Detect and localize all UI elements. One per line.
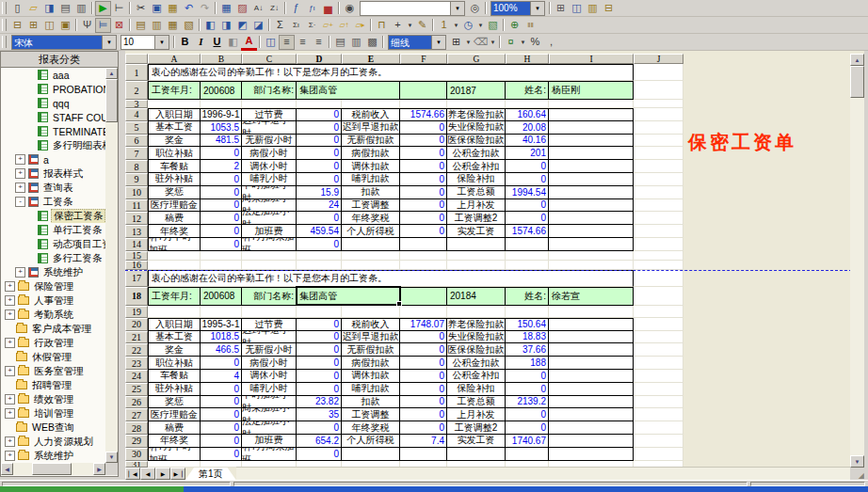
cell-J10[interactable]	[634, 186, 683, 199]
cell-B4[interactable]: 1996-9-1	[201, 108, 242, 121]
cell-D19[interactable]	[297, 306, 342, 318]
row-header-18[interactable]: 18	[125, 287, 148, 306]
cell-I12[interactable]	[549, 212, 634, 225]
row-header-27[interactable]: 27	[125, 408, 148, 421]
cell-F19[interactable]	[400, 306, 447, 318]
row-header-17[interactable]: 17	[125, 270, 148, 287]
align-left-icon[interactable]: ≡	[279, 35, 295, 50]
cell-C10[interactable]: 平时加班小时	[242, 186, 297, 199]
cell-B27[interactable]: 0	[201, 408, 242, 421]
cell-E20[interactable]: 税前收入	[342, 318, 400, 331]
cell-E10[interactable]: 扣款	[342, 186, 400, 199]
cell-J24[interactable]	[634, 370, 683, 383]
eraser-icon[interactable]: ⌫	[473, 35, 489, 50]
row-header-28[interactable]: 28	[125, 421, 148, 435]
cell-A20[interactable]: 入职日期	[148, 318, 201, 331]
percent-icon[interactable]: %	[527, 35, 543, 50]
cell-D26[interactable]: 23.82	[297, 396, 342, 409]
row-header-12[interactable]: 12	[125, 212, 148, 225]
folder-import-icon[interactable]: ▱+	[320, 18, 336, 33]
cell-B23[interactable]: 0	[201, 357, 242, 370]
cell-I27[interactable]	[549, 408, 634, 421]
cell-A6[interactable]: 奖金	[148, 135, 201, 148]
cell-G27[interactable]: 上月补发	[447, 408, 506, 421]
row-header-1[interactable]: 1	[125, 64, 148, 81]
cell-A3[interactable]	[148, 100, 201, 108]
cell-J7[interactable]	[634, 147, 683, 160]
cell-I6[interactable]	[549, 135, 634, 148]
tree-item[interactable]: +报表样式	[2, 167, 105, 181]
cell-B11[interactable]: 0	[201, 199, 242, 213]
toolbar-grip[interactable]	[2, 2, 7, 14]
cell-A28[interactable]: 稿费	[148, 421, 201, 435]
cell-F9[interactable]: 0	[400, 173, 447, 186]
cell-J17[interactable]	[634, 270, 683, 287]
grid-view-icon[interactable]: ⊞	[553, 1, 569, 16]
bold-icon[interactable]: B	[177, 35, 193, 50]
cell-I5[interactable]	[549, 121, 634, 135]
font-size-combo[interactable]: 10▼	[121, 35, 169, 50]
cell-C5[interactable]: 迟到早退小时	[242, 121, 297, 135]
cell-A23[interactable]: 职位补贴	[148, 357, 201, 370]
sheet-props-icon[interactable]: ◪	[250, 18, 266, 33]
cell-C30[interactable]: 补7月周末加班	[242, 448, 297, 461]
row-header-14[interactable]: 14	[125, 238, 148, 251]
cell-F5[interactable]: 0	[400, 121, 447, 135]
underline-icon[interactable]: U	[209, 35, 225, 50]
cell-H24[interactable]: 0	[506, 370, 549, 383]
cell-G25[interactable]: 保险补扣	[447, 383, 506, 396]
sum-col-icon[interactable]: Σ·	[304, 18, 320, 33]
expand-plus-icon[interactable]: +	[15, 154, 25, 165]
cell-F11[interactable]: 0	[400, 199, 447, 213]
first-sheet-icon[interactable]: ▏◀	[125, 468, 140, 480]
cell-B15[interactable]	[201, 251, 242, 261]
cell-A7[interactable]: 职位补贴	[148, 147, 201, 160]
cell-F30[interactable]	[400, 448, 447, 461]
cell-G8[interactable]: 公积金补扣	[447, 160, 506, 173]
cell-J15[interactable]	[634, 251, 683, 261]
cell-G11[interactable]: 上月补发	[447, 199, 506, 213]
combo-dropdown-icon[interactable]: ▼	[102, 36, 116, 49]
scroll-down-icon[interactable]: ▼	[850, 455, 864, 468]
cell-G6[interactable]: 医保保险扣款	[447, 135, 506, 148]
tree-item[interactable]: WEB查询	[2, 421, 105, 435]
cell-J6[interactable]	[634, 135, 683, 148]
cell-I9[interactable]	[549, 173, 634, 186]
cell-I2[interactable]: 杨臣刚	[549, 81, 634, 100]
cell-H10[interactable]: 1994.54	[506, 186, 549, 199]
drop-icon[interactable]: ▼	[519, 35, 527, 50]
expand-plus-icon[interactable]: +	[5, 281, 15, 292]
cell-F24[interactable]: 0	[400, 370, 447, 383]
cell-J19[interactable]	[634, 306, 683, 318]
function-icon[interactable]: ƒ	[288, 1, 304, 16]
cell-F6[interactable]: 0	[400, 135, 447, 148]
cell-J11[interactable]	[634, 199, 683, 213]
folder-export-icon[interactable]: ▱↑	[336, 18, 352, 33]
cell-C8[interactable]: 调休小时	[242, 160, 297, 173]
cell-H28[interactable]: 0	[506, 421, 549, 435]
cell-B3[interactable]	[201, 100, 242, 108]
cell-B9[interactable]: 0	[201, 173, 242, 186]
cell-G24[interactable]: 公积金补扣	[447, 370, 506, 383]
cell-I8[interactable]	[549, 160, 634, 173]
cell-E4[interactable]: 税前收入	[342, 108, 400, 121]
band-col-icon[interactable]: ▥	[149, 18, 165, 33]
indent-icon[interactable]: ⊨	[95, 18, 111, 33]
cell-E7[interactable]: 病假扣款	[342, 147, 400, 160]
toolbar-grip[interactable]	[2, 19, 7, 31]
cell-F8[interactable]: 0	[400, 160, 447, 173]
drop-icon[interactable]: ▼	[476, 18, 485, 33]
tree-item[interactable]: 动态项目工资	[2, 237, 105, 251]
sum-row-icon[interactable]: Σı	[288, 18, 304, 33]
find-value-combo[interactable]: ▼	[360, 1, 465, 16]
delete-cell-icon[interactable]: ⊠	[111, 18, 127, 33]
cell-I10[interactable]	[549, 186, 634, 199]
cell-C22[interactable]: 无薪假小时	[242, 343, 297, 357]
clock-icon[interactable]: ◷	[460, 18, 476, 33]
cell-J28[interactable]	[634, 421, 683, 435]
tab-scroll-track[interactable]	[236, 467, 850, 480]
cell-F28[interactable]: 0	[400, 421, 447, 435]
cell-F21[interactable]: 0	[400, 331, 447, 344]
cell-A12[interactable]: 稿费	[148, 212, 201, 225]
cell-D6[interactable]: 0	[297, 135, 342, 148]
